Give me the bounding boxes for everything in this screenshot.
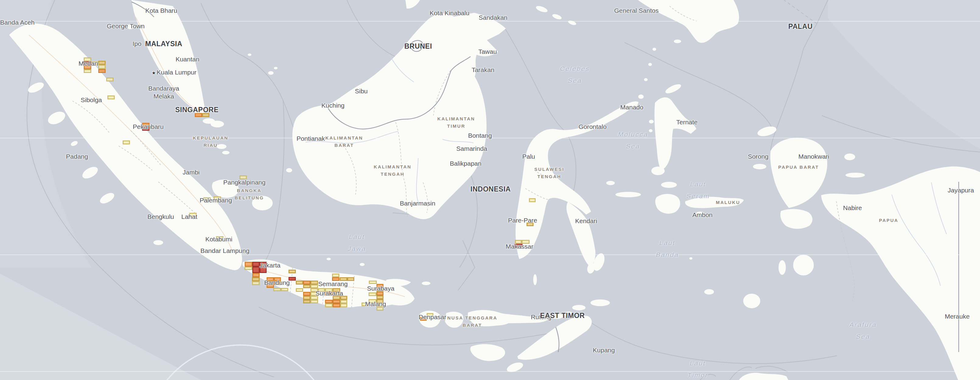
city-label-banjarmasin: Banjarmasin	[400, 200, 436, 207]
city-label-padang: Padang	[66, 153, 88, 160]
heat-cell[interactable]	[296, 280, 303, 285]
province-label-papua-barat: PAPUA BARAT	[778, 163, 819, 171]
heat-cell[interactable]	[123, 141, 130, 144]
city-label-jakarta: Jakarta	[259, 261, 281, 269]
heat-cell[interactable]	[288, 270, 296, 273]
heat-cell[interactable]	[252, 262, 259, 267]
heat-cell[interactable]	[245, 262, 252, 267]
city-label-kotabumi: Kotabumi	[205, 235, 232, 243]
heat-cell[interactable]	[369, 293, 377, 296]
province-label-kepulauan-riau: KEPULAUAN RIAU	[193, 135, 229, 149]
heat-cell[interactable]	[303, 296, 310, 300]
city-label-sibolga: Sibolga	[81, 96, 102, 104]
heat-cell[interactable]	[529, 198, 536, 202]
province-label-papua: PAPUA	[879, 217, 899, 224]
heat-cell[interactable]	[281, 288, 288, 291]
province-label-maluku: MALUKU	[716, 199, 740, 206]
city-label-semarang: Semarang	[318, 280, 348, 288]
sea-label-laut-banda: Laut Banda	[656, 237, 679, 261]
city-label-bandung: Bandung	[264, 279, 290, 287]
country-label-east-timor: EAST TIMOR	[540, 311, 585, 320]
heat-cell[interactable]	[303, 292, 310, 296]
city-label-jayapura: Jayapura	[948, 186, 974, 194]
heat-cell[interactable]	[252, 267, 259, 273]
heat-cell[interactable]	[310, 285, 318, 288]
city-label-palu: Palu	[522, 153, 535, 160]
city-label-palembang: Palembang	[200, 196, 232, 204]
city-label-sorong: Sorong	[748, 153, 768, 160]
city-label-ipo: Ipo	[132, 40, 141, 48]
province-label-nusa-tenggara-barat: NUSA TENGGARA BARAT	[447, 314, 497, 329]
heat-cell[interactable]	[252, 277, 259, 281]
heat-cell[interactable]	[325, 303, 332, 307]
province-label-kalimantan-timur: KALIMANTAN TIMUR	[438, 115, 475, 130]
sea-label-laut-seram: Laut Seram	[687, 179, 710, 202]
city-label-nabire: Nabire	[843, 204, 862, 212]
heat-cell[interactable]	[98, 61, 106, 65]
city-label-samarinda: Samarinda	[456, 145, 487, 153]
city-label-kendari: Kendari	[575, 217, 597, 225]
heat-cell[interactable]	[98, 65, 106, 69]
heat-cell[interactable]	[369, 280, 377, 284]
city-label-manokwari: Manokwari	[798, 153, 829, 160]
heat-cell[interactable]	[303, 300, 310, 303]
heat-cell[interactable]	[303, 280, 310, 285]
city-label-jambi: Jambi	[183, 168, 200, 176]
heat-cell[interactable]	[325, 300, 332, 303]
province-label-kalimantan-tengah: KALIMANTAN TENGAH	[374, 163, 412, 178]
city-label-makassar: Makassar	[506, 242, 533, 250]
province-label-sulawesi-tengah: SULAWESI TENGAH	[535, 166, 564, 180]
heat-cell[interactable]	[340, 303, 347, 307]
sea-label-laut-jawa: Laut Jawa	[348, 231, 366, 255]
heat-cell[interactable]	[273, 288, 281, 291]
city-label-manado: Manado	[620, 103, 643, 111]
city-label-pangkalpinang: Pangkalpinang	[223, 179, 266, 186]
city-label-balikpapan: Balikpapan	[450, 160, 482, 168]
heat-cell[interactable]	[98, 69, 106, 73]
city-label-bandar-lampung: Bandar Lampung	[200, 247, 249, 255]
map-canvas[interactable]: Banda AcehKota BharuGeorge TownIpoKuanta…	[0, 0, 980, 380]
sea-label-arafura-sea: Arafura Sea	[850, 319, 877, 343]
city-label-lahat: Lahat	[181, 213, 197, 221]
heat-cell[interactable]	[252, 281, 259, 285]
city-label-pare-pare: Pare-Pare	[508, 217, 537, 224]
heat-cell[interactable]	[106, 78, 113, 81]
city-label-medan: Medan	[78, 60, 98, 68]
city-label-tarakan: Tarakan	[472, 66, 495, 74]
heat-cell[interactable]	[310, 280, 318, 285]
city-label-sibu: Sibu	[355, 87, 368, 95]
city-label-kuching: Kuching	[321, 101, 345, 109]
city-label-banda-aceh: Banda Aceh	[0, 19, 34, 27]
city-label-surakarta: Surakarta	[315, 290, 343, 297]
heat-cell[interactable]	[107, 95, 115, 100]
heat-cell[interactable]	[252, 273, 259, 277]
city-label-george-town: George Town	[107, 22, 145, 30]
city-label-merauke: Merauke	[945, 312, 970, 320]
heat-cell[interactable]	[347, 277, 354, 281]
city-label-kuantan: Kuantan	[176, 55, 199, 63]
country-label-singapore: SINGAPORE	[175, 106, 219, 114]
graticule-line	[0, 255, 980, 255]
heat-cell[interactable]	[332, 274, 339, 277]
sea-label-celebes-sea: Celebes Sea	[560, 63, 590, 87]
city-label-pekanbaru: Pekanbaru	[133, 123, 164, 131]
heat-cell[interactable]	[377, 296, 383, 299]
heat-cell[interactable]	[84, 69, 91, 73]
sea-label-molucca-sea: Molucca Sea	[618, 128, 648, 152]
city-label-surabaya: Surabaya	[367, 285, 395, 293]
heat-cell[interactable]	[303, 285, 310, 288]
heat-cell[interactable]	[332, 300, 340, 303]
country-label-brunei: BRUNEI	[404, 42, 432, 51]
city-label-bandaraya-melaka: Bandaraya Melaka	[148, 84, 179, 101]
city-label-gorontalo: Gorontalo	[579, 123, 606, 131]
heat-cell[interactable]	[332, 303, 340, 307]
heat-cell[interactable]	[310, 300, 318, 303]
sea-label-laut-timor: Laut Timor	[687, 358, 708, 380]
heat-cell[interactable]	[296, 288, 303, 292]
heat-cell[interactable]	[244, 267, 252, 270]
city-label-sandakan: Sandakan	[479, 14, 508, 22]
province-label-kalimantan-barat: KALIMANTAN BARAT	[325, 135, 363, 149]
country-label-malaysia: MALAYSIA	[145, 40, 182, 48]
heat-cell[interactable]	[340, 300, 347, 303]
city-label-kupang: Kupang	[593, 346, 615, 354]
